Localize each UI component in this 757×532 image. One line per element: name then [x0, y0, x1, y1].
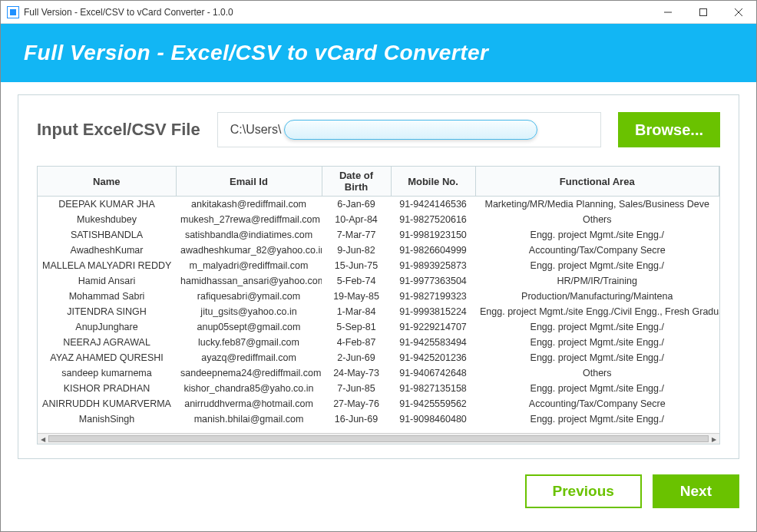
cell-mobile: 91-9977363504	[391, 273, 475, 289]
col-header-functional[interactable]: Functional Area	[475, 167, 719, 197]
cell-dob: 4-Feb-87	[322, 335, 391, 350]
file-path-input[interactable]: C:\Users\	[217, 112, 601, 147]
cell-func: Engg. project Mgmt./site Engg./Civil Eng…	[475, 304, 719, 319]
svg-rect-1	[700, 8, 707, 15]
cell-name: Mukeshdubey	[38, 212, 176, 227]
cell-email: hamidhassan_ansari@yahoo.com	[176, 273, 322, 289]
main-panel: Input Excel/CSV File C:\Users\ Browse...…	[18, 94, 739, 459]
cell-name: JITENDRA SINGH	[38, 304, 176, 319]
scroll-right-icon[interactable]: ▶	[709, 434, 719, 444]
file-input-row: Input Excel/CSV File C:\Users\ Browse...	[37, 112, 720, 147]
cell-mobile: 91-9425201236	[391, 350, 475, 365]
cell-func: Engg. project Mgmt./site Engg./	[475, 335, 719, 350]
table-row[interactable]: SATISHBANDLAsatishbandla@indiatimes.com7…	[38, 227, 719, 243]
cell-email: anirruddhverma@hotmail.com	[176, 396, 322, 411]
close-button[interactable]	[721, 1, 756, 24]
cell-email: m_malyadri@rediffmail.com	[176, 258, 322, 273]
table-row[interactable]: Mukeshdubeymukesh_27rewa@rediffmail.com1…	[38, 212, 719, 227]
app-icon	[7, 6, 19, 18]
table-row[interactable]: ManishSinghmanish.bhilai@gmail.com16-Jun…	[38, 411, 719, 427]
table-row[interactable]: Mohammad Sabrirafiquesabri@ymail.com19-M…	[38, 289, 719, 304]
minimize-button[interactable]	[650, 1, 686, 24]
col-header-dob[interactable]: Date of Birth	[322, 167, 391, 197]
cell-email: anup05sept@gmail.com	[176, 319, 322, 335]
cell-name: DEEPAK KUMAR JHA	[38, 197, 176, 213]
cell-dob: 5-Feb-74	[322, 273, 391, 289]
cell-email: satishbandla@indiatimes.com	[176, 227, 322, 243]
table-row[interactable]: DEEPAK KUMAR JHAankitakash@rediffmail.co…	[38, 197, 719, 213]
cell-name: MALLELA MALYADRI REDDY	[38, 258, 176, 273]
cell-func: Others	[475, 212, 719, 227]
cell-name: AnupJunghare	[38, 319, 176, 335]
cell-dob: 27-May-76	[322, 396, 391, 411]
cell-email: awadheshkumar_82@yahoo.co.in	[176, 243, 322, 258]
table-row[interactable]: Hamid Ansarihamidhassan_ansari@yahoo.com…	[38, 273, 719, 289]
cell-func: Engg. project Mgmt./site Engg./	[475, 258, 719, 273]
cell-name: SATISHBANDLA	[38, 227, 176, 243]
cell-name: sandeep kumarnema	[38, 365, 176, 381]
cell-name: Mohammad Sabri	[38, 289, 176, 304]
cell-dob: 7-Mar-77	[322, 227, 391, 243]
cell-email: jitu_gsits@yahoo.co.in	[176, 304, 322, 319]
table-header-row: Name Email Id Date of Birth Mobile No. F…	[38, 167, 719, 197]
table-row[interactable]: sandeep kumarnemasandeepnema24@rediffmai…	[38, 365, 719, 381]
scroll-left-icon[interactable]: ◀	[38, 434, 48, 444]
cell-func: Production/Manufacturing/Maintena	[475, 289, 719, 304]
title-bar: Full Version - Excel/CSV to vCard Conver…	[1, 1, 756, 24]
cell-dob: 2-Jun-69	[322, 350, 391, 365]
cell-func: Engg. project Mgmt./site Engg./	[475, 227, 719, 243]
browse-button[interactable]: Browse...	[618, 112, 720, 147]
cell-dob: 24-May-73	[322, 365, 391, 381]
cell-name: ManishSingh	[38, 411, 176, 427]
cell-name: Hamid Ansari	[38, 273, 176, 289]
cell-dob: 1-Mar-84	[322, 304, 391, 319]
col-header-email[interactable]: Email Id	[176, 167, 322, 197]
col-header-name[interactable]: Name	[38, 167, 176, 197]
col-header-mobile[interactable]: Mobile No.	[391, 167, 475, 197]
cell-func: Engg. project Mgmt./site Engg./	[475, 411, 719, 427]
cell-email: mukesh_27rewa@rediffmail.com	[176, 212, 322, 227]
cell-mobile: 91-9981923150	[391, 227, 475, 243]
cell-func: Engg. project Mgmt./site Engg./	[475, 350, 719, 365]
cell-email: kishor_chandra85@yaho.co.in	[176, 381, 322, 396]
table-row[interactable]: AnupJunghareanup05sept@gmail.com5-Sep-81…	[38, 319, 719, 335]
window-controls	[650, 1, 756, 24]
cell-mobile: 91-9424146536	[391, 197, 475, 213]
footer-buttons: Previous Next	[18, 474, 739, 508]
next-button[interactable]: Next	[653, 474, 739, 508]
cell-dob: 19-May-85	[322, 289, 391, 304]
cell-email: ankitakash@rediffmail.com	[176, 197, 322, 213]
cell-dob: 10-Apr-84	[322, 212, 391, 227]
table-row[interactable]: NEERAJ AGRAWALlucky.feb87@gmail.com4-Feb…	[38, 335, 719, 350]
previous-button[interactable]: Previous	[525, 474, 642, 508]
cell-func: Accounting/Tax/Company Secre	[475, 396, 719, 411]
cell-mobile: 91-9406742648	[391, 365, 475, 381]
horizontal-scrollbar[interactable]: ◀ ▶	[38, 433, 719, 444]
table-row[interactable]: JITENDRA SINGHjitu_gsits@yahoo.co.in1-Ma…	[38, 304, 719, 319]
cell-func: Others	[475, 365, 719, 381]
table-scroll[interactable]: Name Email Id Date of Birth Mobile No. F…	[38, 167, 719, 433]
cell-dob: 9-Jun-82	[322, 243, 391, 258]
cell-mobile: 91-9425583494	[391, 335, 475, 350]
page-title: Full Version - Excel/CSV to vCard Conver…	[24, 41, 733, 65]
table-row[interactable]: AYAZ AHAMED QURESHIayazq@rediffmail.com2…	[38, 350, 719, 365]
maximize-button[interactable]	[686, 1, 721, 24]
table-row[interactable]: ANIRRUDDH KUMARVERMAanirruddhverma@hotma…	[38, 396, 719, 411]
table-row[interactable]: MALLELA MALYADRI REDDYm_malyadri@rediffm…	[38, 258, 719, 273]
cell-dob: 6-Jan-69	[322, 197, 391, 213]
cell-mobile: 91-9826604999	[391, 243, 475, 258]
cell-name: AwadheshKumar	[38, 243, 176, 258]
cell-mobile: 91-9229214707	[391, 319, 475, 335]
table-row[interactable]: KISHOR PRADHANkishor_chandra85@yaho.co.i…	[38, 381, 719, 396]
cell-email: manish.bhilai@gmail.com	[176, 411, 322, 427]
cell-func: HR/PM/IR/Training	[475, 273, 719, 289]
cell-mobile: 91-9893925873	[391, 258, 475, 273]
redacted-path	[284, 120, 537, 140]
cell-email: sandeepnema24@rediffmail.com	[176, 365, 322, 381]
table-row[interactable]: AwadheshKumarawadheshkumar_82@yahoo.co.i…	[38, 243, 719, 258]
cell-mobile: 91-9993815224	[391, 304, 475, 319]
cell-mobile: 91-9827520616	[391, 212, 475, 227]
file-path-prefix: C:\Users\	[230, 123, 282, 137]
cell-email: ayazq@rediffmail.com	[176, 350, 322, 365]
cell-func: Engg. project Mgmt./site Engg./	[475, 381, 719, 396]
